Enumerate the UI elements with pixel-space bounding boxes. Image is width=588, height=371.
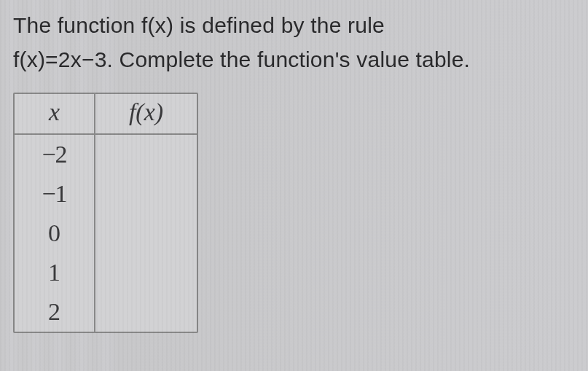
table-row: 2 <box>15 292 197 332</box>
table-row: −1 <box>15 174 197 214</box>
table-row: 1 <box>15 253 197 292</box>
cell-x-1: −1 <box>15 174 95 214</box>
table-row: 0 <box>15 214 197 253</box>
header-x: x <box>15 94 95 134</box>
cell-fx-3[interactable] <box>95 253 197 292</box>
question-line-2: f(x)=2x−3. Complete the function's value… <box>13 47 470 71</box>
cell-x-4: 2 <box>15 292 95 332</box>
table-row: −2 <box>15 134 197 174</box>
table-header-row: x f(x) <box>15 94 197 134</box>
cell-fx-2[interactable] <box>95 214 197 253</box>
cell-fx-4[interactable] <box>95 292 197 332</box>
question-line-1: The function f(x) is defined by the rule <box>13 13 385 37</box>
cell-x-2: 0 <box>15 214 95 253</box>
cell-fx-1[interactable] <box>95 174 197 214</box>
cell-x-0: −2 <box>15 134 95 174</box>
cell-x-3: 1 <box>15 253 95 292</box>
value-table: x f(x) −2 −1 0 1 2 <box>13 93 198 333</box>
cell-fx-0[interactable] <box>95 134 197 174</box>
question-text: The function f(x) is defined by the rule… <box>13 9 575 77</box>
header-fx: f(x) <box>95 94 197 134</box>
